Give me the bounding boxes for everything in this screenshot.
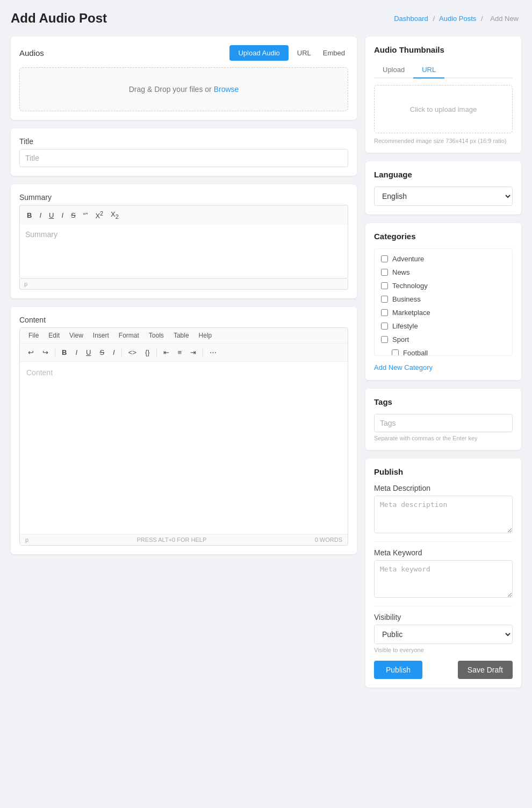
editor-footer: p PRESS ALT+0 FOR HELP 0 WORDS (20, 534, 348, 545)
embed-button[interactable]: Embed (320, 47, 348, 59)
tags-card: Tags Separate with commas or the Enter k… (365, 389, 521, 450)
editor-align-left-btn[interactable]: ⇤ (160, 346, 173, 359)
audios-actions: Upload Audio URL Embed (229, 45, 348, 61)
editor-underline-btn[interactable]: U (82, 346, 95, 359)
category-business-checkbox[interactable] (381, 296, 388, 303)
category-adventure-checkbox[interactable] (381, 255, 388, 262)
language-title: Language (374, 170, 513, 179)
category-sport: Sport (377, 333, 510, 346)
dropzone-text: Drag & Drop your files or (129, 85, 214, 94)
category-sport-label: Sport (392, 335, 409, 344)
menu-file[interactable]: File (24, 331, 43, 340)
editor-redo-btn[interactable]: ↪ (39, 346, 52, 359)
tags-hint: Separate with commas or the Enter key (374, 435, 513, 441)
meta-keyword-label: Meta Keyword (374, 548, 513, 557)
editor-sep3 (156, 348, 157, 357)
categories-card: Categories Adventure News Technology (365, 223, 521, 380)
editor-footer-left: p (25, 537, 28, 543)
menu-table[interactable]: Table (169, 331, 193, 340)
category-technology-checkbox[interactable] (381, 282, 388, 289)
summary-toolbar: B I U I S “” X2 X2 (19, 205, 348, 225)
save-draft-button[interactable]: Save Draft (458, 661, 513, 679)
editor-undo-btn[interactable]: ↩ (24, 346, 38, 359)
meta-description-label: Meta Description (374, 484, 513, 492)
summary-italic-clear-btn[interactable]: I (59, 210, 66, 221)
editor-codeblock-btn[interactable]: {} (141, 346, 154, 359)
category-technology-label: Technology (392, 282, 428, 290)
editor-code-btn[interactable]: <> (125, 346, 140, 359)
summary-underline-btn[interactable]: U (46, 210, 56, 221)
editor-align-center-btn[interactable]: ≡ (174, 346, 186, 359)
editor-align-right-btn[interactable]: ⇥ (186, 346, 200, 359)
meta-keyword-textarea[interactable] (374, 560, 513, 598)
breadcrumb-dashboard[interactable]: Dashboard (394, 15, 428, 23)
browse-link[interactable]: Browse (214, 85, 239, 94)
breadcrumb-audio-posts[interactable]: Audio Posts (439, 15, 476, 23)
editor-strike-btn[interactable]: S (96, 346, 108, 359)
summary-bold-btn[interactable]: B (24, 210, 34, 221)
language-select[interactable]: English Spanish French German Arabic (374, 187, 513, 206)
meta-description-textarea[interactable] (374, 496, 513, 533)
category-technology: Technology (377, 279, 510, 292)
editor-menubar: File Edit View Insert Format Tools Table… (20, 328, 348, 344)
category-news-checkbox[interactable] (381, 269, 388, 276)
breadcrumb: Dashboard / Audio Posts / Add New (394, 15, 521, 23)
category-lifestyle: Lifestyle (377, 319, 510, 333)
editor-bold-btn[interactable]: B (58, 346, 70, 359)
category-news-label: News (392, 268, 410, 276)
summary-quote-btn[interactable]: “” (81, 210, 91, 221)
category-lifestyle-label: Lifestyle (392, 322, 418, 330)
visibility-hint: Visible to everyone (374, 647, 513, 653)
summary-label: Summary (19, 193, 348, 202)
publish-button[interactable]: Publish (374, 661, 422, 679)
editor-more-btn[interactable]: ⋯ (206, 346, 220, 359)
editor-italic2-btn[interactable]: I (109, 346, 119, 359)
language-card: Language English Spanish French German A… (365, 161, 521, 214)
divider2 (374, 606, 513, 606)
tags-input[interactable] (374, 414, 513, 432)
summary-placeholder: Summary (25, 230, 57, 239)
category-lifestyle-checkbox[interactable] (381, 323, 388, 330)
editor-sep2 (121, 348, 122, 357)
audio-thumbnails-title: Audio Thumbnails (374, 45, 513, 54)
menu-view[interactable]: View (65, 331, 88, 340)
publish-title: Publish (374, 467, 513, 476)
content-placeholder: Content (26, 368, 53, 377)
category-business: Business (377, 292, 510, 306)
visibility-select[interactable]: Public Private Password Protected (374, 625, 513, 644)
category-football-checkbox[interactable] (392, 349, 399, 356)
upload-image-box[interactable]: Click to upload image (374, 85, 513, 133)
editor-italic-btn[interactable]: I (71, 346, 81, 359)
menu-help[interactable]: Help (195, 331, 217, 340)
category-marketplace: Marketplace (377, 306, 510, 319)
category-marketplace-checkbox[interactable] (381, 309, 388, 316)
publish-actions: Publish Save Draft (374, 661, 513, 679)
audios-card: Audios Upload Audio URL Embed Drag & Dro… (11, 37, 357, 120)
breadcrumb-sep1: / (433, 15, 435, 23)
menu-insert[interactable]: Insert (89, 331, 113, 340)
audio-dropzone[interactable]: Drag & Drop your files or Browse (19, 67, 348, 111)
title-card: Title (11, 128, 357, 176)
summary-subscript-btn[interactable]: X2 (108, 209, 121, 221)
category-sport-checkbox[interactable] (381, 336, 388, 343)
thumbnail-tab-upload[interactable]: Upload (374, 62, 413, 78)
editor-footer-center: PRESS ALT+0 FOR HELP (137, 537, 207, 543)
summary-superscript-btn[interactable]: X2 (92, 209, 106, 221)
add-category-link[interactable]: Add New Category (374, 363, 433, 371)
menu-tools[interactable]: Tools (145, 331, 168, 340)
summary-strike-btn[interactable]: S (68, 210, 78, 221)
summary-body[interactable]: Summary (19, 225, 348, 278)
left-column: Audios Upload Audio URL Embed Drag & Dro… (11, 37, 357, 554)
summary-italic-btn[interactable]: I (37, 210, 44, 221)
title-input[interactable] (19, 149, 348, 167)
thumbnail-tab-url[interactable]: URL (413, 62, 444, 78)
menu-format[interactable]: Format (114, 331, 143, 340)
categories-title: Categories (374, 232, 513, 241)
editor-body[interactable]: Content (20, 362, 348, 534)
upload-audio-button[interactable]: Upload Audio (229, 45, 288, 61)
menu-edit[interactable]: Edit (44, 331, 64, 340)
right-column: Audio Thumbnails Upload URL Click to upl… (365, 37, 521, 688)
breadcrumb-current: Add New (490, 15, 519, 23)
page-title: Add Audio Post (11, 11, 107, 26)
url-button[interactable]: URL (294, 47, 314, 59)
